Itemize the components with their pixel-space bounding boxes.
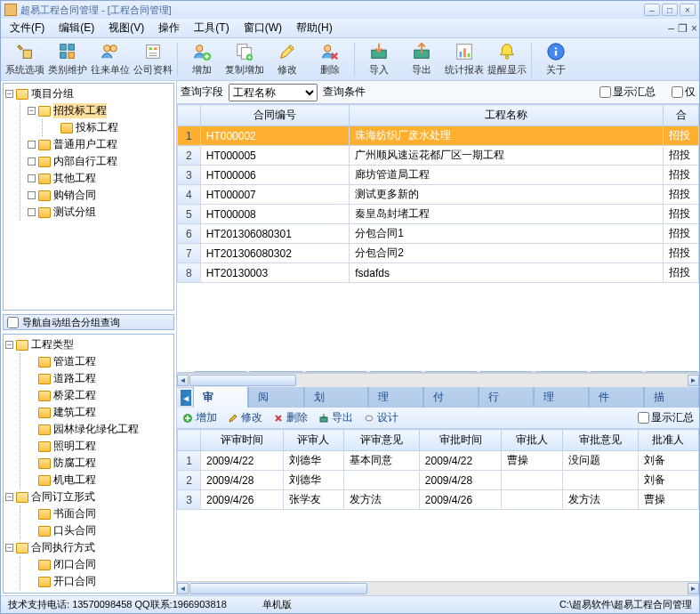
tree-item[interactable]: 建筑工程: [28, 404, 172, 421]
col-header[interactable]: 审批意见: [562, 430, 638, 451]
tree-item[interactable]: 开口合同: [28, 573, 172, 590]
tree-item[interactable]: 其他工程: [28, 170, 172, 187]
toolbar-删除[interactable]: 删除: [310, 40, 350, 79]
tree-item[interactable]: 机电工程: [28, 472, 172, 489]
tree-item[interactable]: 桥梁工程: [28, 387, 172, 404]
menu-item[interactable]: 文件(F): [3, 19, 52, 37]
toolbar-提醒显示[interactable]: 提醒显示: [487, 40, 527, 79]
tree-item[interactable]: 投标工程: [50, 119, 172, 136]
menu-item[interactable]: 操作: [151, 19, 187, 37]
table-row[interactable]: 4HT000007测试更多新的招投: [178, 185, 699, 205]
toolbar-修改[interactable]: 修改: [267, 40, 308, 79]
menu-item[interactable]: 工具(T): [187, 19, 236, 37]
only-checkbox[interactable]: [672, 86, 683, 98]
menu-item[interactable]: 帮助(H): [289, 19, 340, 37]
toolbar-关于[interactable]: 关于: [535, 40, 576, 79]
tree-group[interactable]: −工程类型: [5, 336, 172, 353]
table-row[interactable]: 32009/4/26张学友发方法2009/4/26发方法曹操: [178, 490, 699, 510]
table-row[interactable]: 6HT201306080301分包合同1招投: [178, 224, 699, 244]
close-button[interactable]: ×: [680, 4, 696, 16]
minimize-button[interactable]: –: [644, 4, 660, 16]
table-row[interactable]: 5HT000008秦皇岛封堵工程招投: [178, 205, 699, 224]
toolbar-复制增加[interactable]: 复制增加: [224, 40, 265, 79]
detail-table-area[interactable]: 评审时间评审人评审意见审批时间审批人审批意见批准人 12009/4/22刘德华基…: [177, 429, 699, 581]
table-row[interactable]: 2HT000005广州顺风速运花都厂区一期工程招投: [178, 146, 699, 166]
col-header[interactable]: 批准人: [638, 430, 698, 451]
detail-edit-button[interactable]: 修改: [228, 410, 262, 425]
scroll-left-icon[interactable]: ◄: [177, 583, 189, 594]
project-tree[interactable]: −项目分组−招投标工程投标工程 普通用户工程 内部自行工程 其他工程 购销合同 …: [3, 83, 174, 311]
detail-add-button[interactable]: 增加: [182, 410, 217, 425]
main-hscroll[interactable]: ◄ ►: [177, 373, 699, 387]
main-table-area[interactable]: 合同编号工程名称合 1HT000002珠海纺织厂废水处理招投2HT000005广…: [177, 104, 699, 373]
table-row[interactable]: 1HT000002珠海纺织厂废水处理招投: [178, 126, 699, 146]
tree-item[interactable]: 防腐工程: [28, 455, 172, 472]
tree-item[interactable]: 普通用户工程: [28, 136, 172, 153]
col-header[interactable]: 合同编号: [200, 105, 350, 126]
tree-item[interactable]: 道路工程: [28, 370, 172, 387]
tree-item[interactable]: 口头合同: [28, 522, 172, 539]
tree-item[interactable]: 购销合同: [28, 187, 172, 204]
category-tree[interactable]: −工程类型管道工程道路工程桥梁工程建筑工程园林绿化绿化工程照明工程防腐工程机电工…: [3, 334, 174, 594]
toolbar-系统选项[interactable]: 系统选项: [4, 40, 45, 79]
col-header[interactable]: 评审时间: [201, 430, 284, 451]
table-row[interactable]: 7HT201306080302分包合同2招投: [178, 244, 699, 263]
maximize-button[interactable]: □: [662, 4, 678, 16]
status-bar: 技术支持电话: 13570098458 QQ联系:1966903818 单机版 …: [1, 595, 699, 613]
col-header[interactable]: 审批人: [502, 430, 562, 451]
tree-item[interactable]: 内部自行工程: [28, 153, 172, 170]
tree-item[interactable]: 测试分组: [28, 204, 172, 221]
tab-nav-icon[interactable]: ◄: [181, 390, 191, 406]
col-header[interactable]: 审批时间: [419, 430, 502, 451]
detail-hscroll[interactable]: ◄ ►: [177, 581, 699, 595]
toolbar-统计报表[interactable]: 统计报表: [444, 40, 485, 79]
detail-summary-checkbox[interactable]: [638, 412, 649, 424]
svg-point-26: [366, 416, 373, 421]
menu-item[interactable]: 视图(V): [101, 19, 151, 37]
show-summary-checkbox[interactable]: [599, 86, 611, 98]
review-table[interactable]: 评审时间评审人评审意见审批时间审批人审批意见批准人 12009/4/22刘德华基…: [177, 429, 699, 510]
tree-item[interactable]: 园林绿化绿化工程: [28, 421, 172, 438]
col-header[interactable]: 工程名称: [350, 105, 664, 126]
table-row[interactable]: 22009/4/28刘德华2009/4/28刘备: [178, 471, 699, 490]
inner-close[interactable]: ×: [691, 22, 697, 35]
tree-item[interactable]: 管道工程: [28, 353, 172, 370]
tree-item[interactable]: 闭口合同: [28, 556, 172, 573]
toolbar-导入[interactable]: 导入: [358, 40, 399, 79]
tree-item[interactable]: 照明工程: [28, 438, 172, 455]
scroll-thumb[interactable]: [189, 375, 296, 386]
nav-auto-checkbox[interactable]: [7, 317, 19, 328]
table-row[interactable]: 8HT20130003fsdafds招投: [178, 263, 699, 283]
svg-rect-20: [463, 48, 466, 57]
search-field-select[interactable]: 工程名称: [229, 84, 318, 101]
tree-root[interactable]: −项目分组: [5, 85, 172, 102]
menu-item[interactable]: 编辑(E): [52, 19, 101, 37]
tree-item[interactable]: −招投标工程: [28, 102, 172, 119]
col-header[interactable]: 评审人: [283, 430, 343, 451]
scroll-right-icon[interactable]: ►: [688, 583, 699, 594]
detail-design-button[interactable]: 设计: [364, 410, 398, 425]
col-header[interactable]: 评审意见: [343, 430, 419, 451]
contract-table[interactable]: 合同编号工程名称合 1HT000002珠海纺织厂废水处理招投2HT000005广…: [177, 104, 699, 283]
scroll-left-icon[interactable]: ◄: [177, 375, 189, 386]
inner-restore[interactable]: ❐: [678, 22, 688, 35]
toolbar-类别维护[interactable]: 类别维护: [47, 40, 88, 79]
detail-export-button[interactable]: 导出: [318, 410, 353, 425]
right-panel: 查询字段 工程名称 查询条件 显示汇总 仅 合同编号工程名称合 1HT00000…: [177, 81, 699, 595]
tree-group[interactable]: −合同订立形式: [5, 489, 172, 505]
tree-group[interactable]: −合同类型: [5, 590, 172, 594]
tree-group[interactable]: −合同执行方式: [5, 539, 172, 556]
scroll-right-icon[interactable]: ►: [688, 375, 699, 386]
scroll-thumb[interactable]: [189, 583, 367, 594]
menu-item[interactable]: 窗口(W): [237, 19, 289, 37]
toolbar-往来单位[interactable]: 往来单位: [90, 40, 131, 79]
tree-item[interactable]: 书面合同: [28, 505, 172, 522]
toolbar-增加[interactable]: 增加: [181, 40, 222, 79]
table-row[interactable]: 12009/4/22刘德华基本同意2009/4/22曹操没问题刘备: [178, 451, 699, 471]
inner-minimize[interactable]: –: [668, 22, 674, 35]
toolbar-公司资料[interactable]: 公司资料: [133, 40, 173, 79]
detail-delete-button[interactable]: 删除: [273, 410, 308, 425]
toolbar-导出[interactable]: 导出: [401, 40, 442, 79]
col-header[interactable]: 合: [664, 105, 699, 126]
table-row[interactable]: 3HT000006廊坊管道局工程招投: [178, 166, 699, 185]
